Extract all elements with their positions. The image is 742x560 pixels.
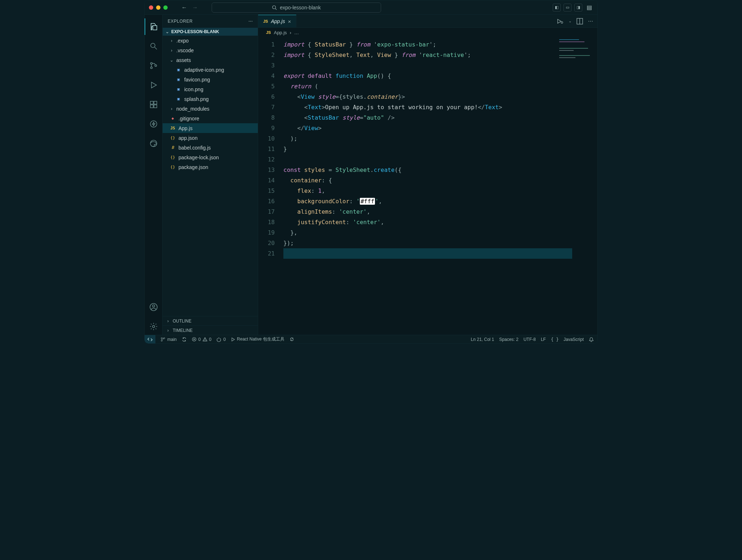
img-icon: ▣ bbox=[176, 77, 181, 82]
layout-customize-icon[interactable]: ▤ bbox=[585, 4, 593, 12]
file-row[interactable]: {}app.json bbox=[163, 133, 258, 143]
vscode-window: ← → expo-lesson-blank ◧ ▭ ◨ ▤ bbox=[144, 0, 598, 344]
tree-item-label: package.json bbox=[178, 164, 208, 170]
ports[interactable]: 0 bbox=[216, 337, 226, 342]
remote-indicator[interactable] bbox=[145, 335, 155, 343]
file-tree: ›.expo›.vscode⌄assets▣adaptive-icon.png▣… bbox=[163, 36, 258, 316]
tree-item-label: App.js bbox=[178, 125, 193, 131]
folder-row[interactable]: ⌄assets bbox=[163, 55, 258, 65]
sidebar-root-label: EXPO-LESSON-BLANK bbox=[171, 29, 219, 34]
task-runner[interactable]: React Native 包生成工具 bbox=[231, 336, 284, 342]
tab-app-js[interactable]: JS App.js × bbox=[258, 15, 296, 27]
activitybar-edge[interactable] bbox=[145, 135, 163, 152]
js-file-icon: JS bbox=[263, 19, 268, 23]
folder-row[interactable]: ›.expo bbox=[163, 36, 258, 45]
refresh-button[interactable] bbox=[290, 337, 294, 342]
file-row[interactable]: ▣splash.png bbox=[163, 94, 258, 104]
tab-close-button[interactable]: × bbox=[288, 18, 291, 25]
command-center[interactable]: expo-lesson-blank bbox=[212, 3, 381, 13]
nav-arrows: ← → bbox=[178, 4, 202, 11]
sidebar-section-timeline[interactable]: › TIMELINE bbox=[163, 325, 258, 335]
git-branch[interactable]: main bbox=[160, 337, 177, 342]
json-icon: {} bbox=[170, 165, 176, 169]
titlebar-right: ◧ ▭ ◨ ▤ bbox=[553, 4, 593, 12]
chevron-down-icon: ⌄ bbox=[165, 29, 169, 34]
chevron-right-icon: › bbox=[170, 106, 173, 111]
minimize-window-button[interactable] bbox=[156, 5, 160, 10]
activitybar-run-debug[interactable] bbox=[145, 77, 163, 93]
nav-back-button[interactable]: ← bbox=[181, 4, 187, 11]
chevron-right-icon: › bbox=[170, 38, 173, 43]
ports-count: 0 bbox=[223, 337, 226, 342]
sidebar-root-folder[interactable]: ⌄ EXPO-LESSON-BLANK bbox=[163, 28, 258, 36]
json-icon: {} bbox=[170, 155, 176, 160]
file-row[interactable]: {}package.json bbox=[163, 162, 258, 172]
workbench: EXPLORER ⋯ ⌄ EXPO-LESSON-BLANK ›.expo›.v… bbox=[145, 15, 597, 335]
nav-forward-button[interactable]: → bbox=[192, 4, 198, 11]
titlebar: ← → expo-lesson-blank ◧ ▭ ◨ ▤ bbox=[145, 0, 597, 15]
breadcrumb[interactable]: JS App.js › … bbox=[258, 28, 597, 37]
svg-rect-10 bbox=[154, 101, 157, 104]
chevron-right-icon: › bbox=[170, 48, 173, 53]
line-gutter: 123456789101112131415161718192021 bbox=[258, 37, 283, 335]
breadcrumb-rest: … bbox=[294, 30, 299, 35]
editor-more-button[interactable]: ⋯ bbox=[588, 18, 593, 24]
svg-point-19 bbox=[161, 337, 163, 339]
sync-button[interactable] bbox=[182, 337, 187, 342]
svg-point-21 bbox=[164, 337, 165, 339]
tab-label: App.js bbox=[271, 18, 285, 24]
activitybar-source-control[interactable] bbox=[145, 57, 163, 74]
language-mode[interactable]: { } JavaScript bbox=[551, 337, 584, 342]
file-row[interactable]: Bbabel.config.js bbox=[163, 143, 258, 152]
editor-body[interactable]: 123456789101112131415161718192021 import… bbox=[258, 37, 597, 335]
code-area[interactable]: import { StatusBar } from 'expo-status-b… bbox=[283, 37, 597, 335]
window-controls bbox=[149, 5, 168, 10]
activitybar-account[interactable] bbox=[145, 299, 163, 315]
activitybar-explorer[interactable] bbox=[145, 18, 163, 35]
img-icon: ▣ bbox=[176, 97, 181, 101]
file-row[interactable]: ▣icon.png bbox=[163, 84, 258, 94]
indentation[interactable]: Spaces: 2 bbox=[499, 337, 518, 342]
file-row[interactable]: ▣favicon.png bbox=[163, 75, 258, 84]
svg-point-16 bbox=[561, 21, 563, 23]
tree-item-label: icon.png bbox=[184, 86, 203, 92]
svg-rect-9 bbox=[154, 105, 157, 108]
run-dropdown-button[interactable]: ⌄ bbox=[569, 19, 571, 23]
activitybar-extensions[interactable] bbox=[145, 96, 163, 113]
layout-secondary-side-icon[interactable]: ◨ bbox=[574, 4, 582, 12]
folder-row[interactable]: ›node_modules bbox=[163, 104, 258, 114]
problems[interactable]: 0 0 bbox=[192, 337, 211, 342]
file-row[interactable]: ▣adaptive-icon.png bbox=[163, 65, 258, 75]
svg-rect-8 bbox=[150, 105, 153, 108]
eol[interactable]: LF bbox=[541, 337, 546, 342]
sidebar-more-button[interactable]: ⋯ bbox=[248, 19, 253, 24]
run-button[interactable] bbox=[556, 18, 564, 24]
file-row[interactable]: ◆.gitignore bbox=[163, 114, 258, 123]
notifications-button[interactable] bbox=[589, 337, 594, 342]
encoding[interactable]: UTF-8 bbox=[524, 337, 536, 342]
activitybar-thunderbolt[interactable] bbox=[145, 116, 163, 132]
zoom-window-button[interactable] bbox=[163, 5, 168, 10]
layout-panel-icon[interactable]: ▭ bbox=[564, 4, 571, 12]
sidebar-section-outline[interactable]: › OUTLINE bbox=[163, 316, 258, 325]
tree-item-label: adaptive-icon.png bbox=[184, 67, 224, 73]
activitybar-settings[interactable] bbox=[145, 318, 163, 335]
git-icon: ◆ bbox=[170, 116, 176, 121]
timeline-label: TIMELINE bbox=[173, 328, 193, 333]
cursor-position[interactable]: Ln 21, Col 1 bbox=[471, 337, 494, 342]
svg-point-6 bbox=[155, 65, 156, 67]
editor-actions: ⌄ ⋯ bbox=[556, 15, 597, 27]
activitybar bbox=[145, 15, 163, 335]
close-window-button[interactable] bbox=[149, 5, 153, 10]
file-row[interactable]: {}package-lock.json bbox=[163, 152, 258, 162]
folder-row[interactable]: ›.vscode bbox=[163, 45, 258, 55]
cursor-line-highlight bbox=[283, 248, 572, 259]
tree-item-label: babel.config.js bbox=[178, 145, 211, 151]
minimap[interactable] bbox=[559, 39, 595, 65]
search-icon bbox=[272, 5, 277, 10]
sidebar-title: EXPLORER bbox=[168, 19, 193, 24]
layout-primary-side-icon[interactable]: ◧ bbox=[553, 4, 561, 12]
file-row[interactable]: JSApp.js bbox=[163, 123, 258, 133]
split-editor-button[interactable] bbox=[577, 18, 583, 25]
activitybar-search[interactable] bbox=[145, 38, 163, 54]
